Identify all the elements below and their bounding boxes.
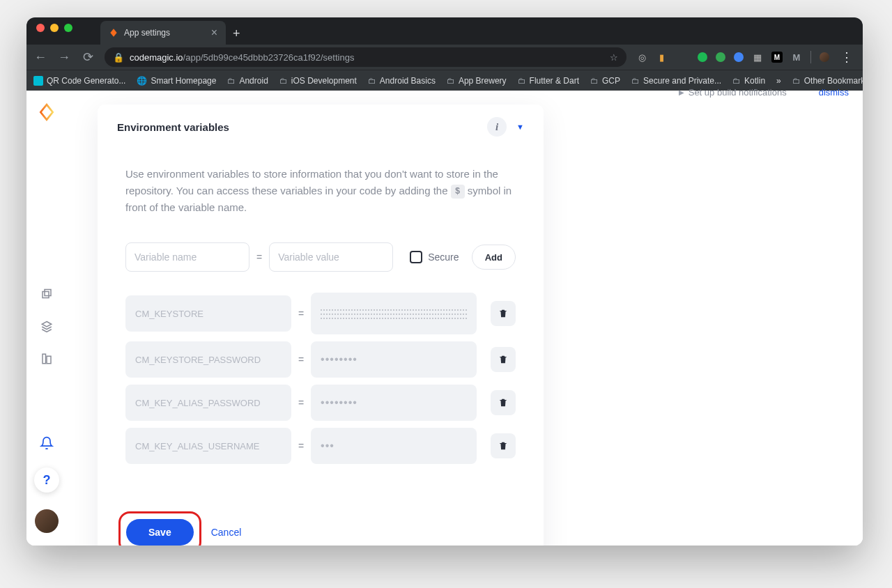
- variable-name-input[interactable]: [125, 242, 249, 272]
- save-button[interactable]: Save: [126, 519, 194, 546]
- bookmark-item[interactable]: 🗀iOS Development: [279, 76, 357, 86]
- variable-row: CM_KEY_ALIAS_USERNAME = •••: [125, 428, 516, 464]
- delete-button[interactable]: [491, 301, 516, 326]
- extension-icon[interactable]: [734, 52, 744, 62]
- cancel-link[interactable]: Cancel: [211, 527, 242, 538]
- tab-favicon: [109, 28, 118, 38]
- variable-value-field[interactable]: ••••••••: [311, 385, 477, 421]
- docs-icon[interactable]: [39, 351, 54, 366]
- browser-tab[interactable]: App settings ×: [100, 21, 226, 45]
- bookmark-item[interactable]: 🗀Flutter & Dart: [518, 76, 579, 86]
- url-field[interactable]: 🔒 codemagic.io/app/5db99ce45dbbb23726ca1…: [105, 47, 626, 67]
- notification-hint: ▶ Set up build notifications dismiss: [679, 87, 849, 98]
- url-path: /app/5db99ce45dbbb23726ca1f92/settings: [183, 52, 355, 63]
- delete-button[interactable]: [491, 433, 516, 458]
- bookmarks-more[interactable]: »: [776, 76, 781, 86]
- svg-rect-2: [43, 354, 46, 364]
- new-tab-button[interactable]: +: [226, 26, 247, 41]
- maximize-window-button[interactable]: [64, 24, 72, 32]
- url-domain: codemagic.io: [130, 52, 183, 63]
- user-avatar[interactable]: [35, 509, 59, 533]
- forward-button[interactable]: →: [57, 50, 71, 65]
- delete-button[interactable]: [491, 390, 516, 415]
- help-button[interactable]: ?: [34, 467, 59, 493]
- secure-checkbox[interactable]: [410, 251, 422, 263]
- bookmark-star-icon[interactable]: ☆: [610, 52, 618, 63]
- bookmark-item[interactable]: 🗀GCP: [590, 76, 620, 86]
- bookmark-item[interactable]: 🌐Smart Homepage: [137, 76, 216, 86]
- env-vars-card: Environment variables i ▼ Use environmen…: [98, 105, 544, 546]
- info-icon[interactable]: i: [487, 117, 507, 137]
- address-bar: ← → ⟳ 🔒 codemagic.io/app/5db99ce45dbbb23…: [26, 45, 863, 70]
- svg-rect-1: [45, 290, 51, 296]
- other-bookmarks[interactable]: 🗀Other Bookmarks: [792, 76, 863, 86]
- delete-button[interactable]: [491, 347, 516, 372]
- extension-icon[interactable]: M: [771, 52, 783, 63]
- minimize-window-button[interactable]: [50, 24, 59, 32]
- page-content: ? Environment variables i ▼ Use environm…: [26, 91, 863, 546]
- card-title: Environment variables: [117, 121, 229, 133]
- extension-icon[interactable]: [698, 52, 707, 62]
- bookmark-item[interactable]: 🗀App Brewery: [447, 76, 507, 86]
- new-variable-row: = Secure Add: [125, 242, 516, 272]
- card-header: Environment variables i ▼: [98, 105, 544, 149]
- layers-icon[interactable]: [39, 319, 54, 334]
- variable-row: CM_KEYSTORE =: [125, 293, 516, 334]
- variable-row: CM_KEY_ALIAS_PASSWORD = ••••••••: [125, 385, 516, 421]
- dismiss-link[interactable]: dismiss: [819, 87, 849, 98]
- variable-name-field[interactable]: CM_KEYSTORE: [125, 295, 291, 332]
- card-description: Use environment variables to store infor…: [125, 166, 516, 216]
- tab-bar: App settings × +: [26, 17, 863, 45]
- variable-name-field[interactable]: CM_KEY_ALIAS_PASSWORD: [125, 385, 291, 421]
- collapse-icon[interactable]: ▼: [516, 123, 524, 131]
- extension-icon[interactable]: ▦: [752, 52, 763, 63]
- bell-icon[interactable]: [39, 435, 54, 451]
- extension-icon[interactable]: M: [791, 52, 802, 63]
- variable-name-field[interactable]: CM_KEY_ALIAS_USERNAME: [125, 428, 291, 464]
- variable-row: CM_KEYSTORE_PASSWORD = ••••••••: [125, 341, 516, 378]
- variable-name-field[interactable]: CM_KEYSTORE_PASSWORD: [125, 341, 291, 378]
- bookmark-item[interactable]: 🗀Kotlin: [732, 76, 765, 86]
- sidebar-rail: ?: [26, 91, 67, 546]
- extension-icon[interactable]: ▮: [656, 52, 667, 63]
- lock-icon: 🔒: [113, 52, 124, 63]
- toolbar-extensions: ◎ ▮ ▦ M M ⋮: [636, 49, 856, 65]
- main-area: Environment variables i ▼ Use environmen…: [67, 91, 863, 546]
- form-actions: Save Cancel: [98, 511, 544, 546]
- svg-rect-3: [47, 356, 51, 364]
- hint-text[interactable]: Set up build notifications: [689, 87, 787, 98]
- bookmark-item[interactable]: 🗀Android: [227, 76, 268, 86]
- close-window-button[interactable]: [36, 24, 45, 32]
- equals-sign: =: [256, 252, 262, 263]
- secure-label: Secure: [428, 252, 459, 263]
- tab-title: App settings: [124, 28, 170, 38]
- variable-value-field[interactable]: ••••••••: [311, 341, 477, 378]
- app-logo[interactable]: [38, 103, 56, 121]
- variable-value-field[interactable]: •••: [311, 428, 477, 464]
- caret-right-icon: ▶: [679, 88, 684, 96]
- reload-button[interactable]: ⟳: [81, 49, 95, 65]
- bookmark-item[interactable]: 🗀Secure and Private...: [631, 76, 721, 86]
- apps-icon[interactable]: [39, 287, 54, 302]
- menu-icon[interactable]: ⋮: [838, 49, 856, 65]
- bookmark-item[interactable]: 🗀Android Basics: [368, 76, 436, 86]
- profile-avatar[interactable]: [820, 52, 829, 62]
- extension-icon[interactable]: [716, 52, 725, 62]
- bookmark-item[interactable]: QR Code Generato...: [33, 76, 125, 86]
- window-controls: [36, 17, 72, 45]
- svg-rect-0: [43, 292, 49, 298]
- save-highlight: Save: [118, 511, 201, 546]
- variable-value-input[interactable]: [269, 242, 393, 272]
- dollar-symbol-badge: $: [451, 185, 465, 199]
- add-button[interactable]: Add: [472, 245, 516, 270]
- close-tab-icon[interactable]: ×: [211, 26, 217, 39]
- extension-icon[interactable]: ◎: [636, 52, 647, 63]
- variable-value-field[interactable]: [311, 293, 477, 334]
- back-button[interactable]: ←: [33, 50, 47, 65]
